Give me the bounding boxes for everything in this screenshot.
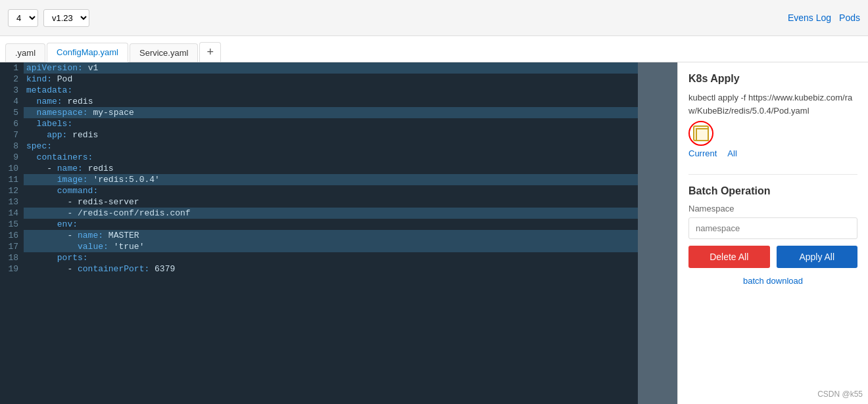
watermark: CSDN @k55 bbox=[817, 390, 863, 399]
apply-all-button[interactable]: Apply All bbox=[777, 246, 858, 268]
line-code: - containerPort: 6379 bbox=[24, 263, 638, 275]
line-number: 9 bbox=[0, 152, 24, 163]
table-row: 12 command: bbox=[0, 185, 638, 196]
line-code: - /redis-conf/redis.conf bbox=[24, 208, 638, 219]
table-row: 14 - /redis-conf/redis.conf bbox=[0, 208, 638, 219]
tab-pod-yaml[interactable]: .yaml bbox=[5, 43, 45, 62]
batch-operation-title: Batch Operation bbox=[688, 185, 857, 197]
line-code: spec: bbox=[24, 141, 638, 152]
line-code: labels: bbox=[24, 118, 638, 129]
code-editor[interactable]: 1apiVersion: v12kind: Pod3metadata:4 nam… bbox=[0, 62, 638, 404]
table-row: 10 - name: redis bbox=[0, 163, 638, 174]
tab-service-yaml[interactable]: Service.yaml bbox=[130, 43, 198, 62]
table-row: 9 containers: bbox=[0, 152, 638, 163]
tabs-bar: .yaml ConfigMap.yaml Service.yaml + bbox=[0, 36, 868, 62]
line-code: - name: redis bbox=[24, 163, 638, 174]
table-row: 19 - containerPort: 6379 bbox=[0, 263, 638, 275]
line-number: 10 bbox=[0, 163, 24, 174]
line-code: - name: MASTER bbox=[24, 230, 638, 241]
table-row: 6 labels: bbox=[0, 118, 638, 129]
table-row: 16 - name: MASTER bbox=[0, 230, 638, 241]
line-code: - redis-server bbox=[24, 196, 638, 208]
table-row: 8spec: bbox=[0, 141, 638, 152]
table-row: 7 app: redis bbox=[0, 129, 638, 141]
copy-icon bbox=[693, 125, 709, 141]
current-link[interactable]: Current bbox=[688, 148, 717, 158]
copy-button[interactable] bbox=[688, 121, 713, 146]
delete-all-button[interactable]: Delete All bbox=[688, 246, 770, 268]
line-code: containers: bbox=[24, 152, 638, 163]
line-code: metadata: bbox=[24, 85, 638, 96]
line-number: 15 bbox=[0, 219, 24, 230]
tab-configmap-yaml[interactable]: ConfigMap.yaml bbox=[47, 43, 128, 62]
line-number: 8 bbox=[0, 141, 24, 152]
minimap bbox=[638, 62, 677, 404]
line-code: namespace: my-space bbox=[24, 107, 638, 118]
table-row: 4 name: redis bbox=[0, 96, 638, 107]
line-number: 2 bbox=[0, 74, 24, 85]
action-buttons: Delete All Apply All bbox=[688, 246, 857, 268]
table-row: 1apiVersion: v1 bbox=[0, 62, 638, 74]
k8s-apply-section: K8s Apply kubectl apply -f https://www.k… bbox=[688, 73, 857, 158]
version1-select[interactable]: 4 bbox=[8, 9, 38, 27]
batch-operation-section: Batch Operation Namespace Delete All App… bbox=[688, 185, 857, 286]
line-number: 16 bbox=[0, 230, 24, 241]
line-code: apiVersion: v1 bbox=[24, 62, 638, 74]
pods-link[interactable]: Pods bbox=[839, 12, 860, 23]
namespace-label: Namespace bbox=[688, 204, 857, 213]
line-number: 13 bbox=[0, 196, 24, 208]
kubectl-links: Current All bbox=[688, 148, 857, 158]
evens-log-link[interactable]: Evens Log bbox=[788, 12, 831, 23]
tab-add-button[interactable]: + bbox=[199, 42, 221, 62]
top-bar: 4 v1.23 Evens Log Pods bbox=[0, 0, 868, 36]
line-code: command: bbox=[24, 185, 638, 196]
line-code: name: redis bbox=[24, 96, 638, 107]
code-table: 1apiVersion: v12kind: Pod3metadata:4 nam… bbox=[0, 62, 638, 275]
line-code: ports: bbox=[24, 252, 638, 263]
line-code: value: 'true' bbox=[24, 241, 638, 252]
line-number: 6 bbox=[0, 118, 24, 129]
right-panel: K8s Apply kubectl apply -f https://www.k… bbox=[677, 62, 868, 404]
table-row: 5 namespace: my-space bbox=[0, 107, 638, 118]
line-number: 19 bbox=[0, 263, 24, 275]
table-row: 15 env: bbox=[0, 219, 638, 230]
table-row: 3metadata: bbox=[0, 85, 638, 96]
batch-download-link[interactable]: batch download bbox=[688, 276, 857, 286]
line-code: image: 'redis:5.0.4' bbox=[24, 174, 638, 185]
table-row: 18 ports: bbox=[0, 252, 638, 263]
line-code: app: redis bbox=[24, 129, 638, 141]
line-number: 5 bbox=[0, 107, 24, 118]
namespace-input[interactable] bbox=[688, 217, 857, 239]
version2-select[interactable]: v1.23 bbox=[43, 9, 89, 27]
top-bar-left: 4 v1.23 bbox=[8, 9, 89, 27]
line-number: 14 bbox=[0, 208, 24, 219]
line-code: kind: Pod bbox=[24, 74, 638, 85]
line-number: 7 bbox=[0, 129, 24, 141]
kubectl-command: kubectl apply -f https://www.kubebiz.com… bbox=[688, 91, 857, 117]
all-link[interactable]: All bbox=[727, 148, 736, 158]
line-number: 1 bbox=[0, 62, 24, 74]
line-number: 4 bbox=[0, 96, 24, 107]
line-number: 18 bbox=[0, 252, 24, 263]
line-number: 3 bbox=[0, 85, 24, 96]
line-number: 17 bbox=[0, 241, 24, 252]
table-row: 13 - redis-server bbox=[0, 196, 638, 208]
divider bbox=[688, 174, 857, 175]
table-row: 17 value: 'true' bbox=[0, 241, 638, 252]
line-code: env: bbox=[24, 219, 638, 230]
main-layout: 1apiVersion: v12kind: Pod3metadata:4 nam… bbox=[0, 62, 868, 404]
table-row: 11 image: 'redis:5.0.4' bbox=[0, 174, 638, 185]
k8s-apply-title: K8s Apply bbox=[688, 73, 857, 85]
line-number: 11 bbox=[0, 174, 24, 185]
table-row: 2kind: Pod bbox=[0, 74, 638, 85]
top-bar-right: Evens Log Pods bbox=[788, 12, 860, 23]
line-number: 12 bbox=[0, 185, 24, 196]
